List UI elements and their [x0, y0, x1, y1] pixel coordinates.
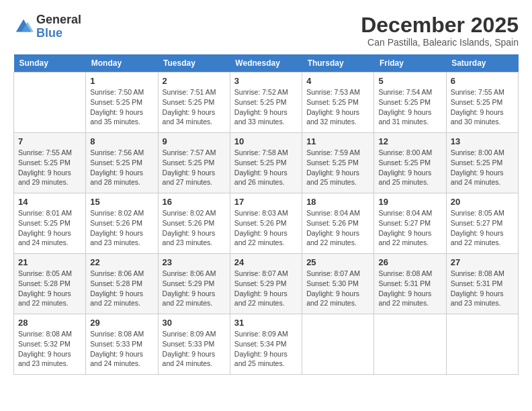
- header-friday: Friday: [374, 54, 446, 73]
- calendar-week-4: 21Sunrise: 8:05 AMSunset: 5:28 PMDayligh…: [14, 254, 519, 314]
- day-number: 29: [90, 318, 153, 328]
- calendar-cell: 15Sunrise: 8:02 AMSunset: 5:26 PMDayligh…: [86, 193, 158, 254]
- calendar-cell: 7Sunrise: 7:55 AMSunset: 5:25 PMDaylight…: [14, 133, 86, 193]
- day-info: Sunrise: 8:04 AMSunset: 5:27 PMDaylight:…: [378, 208, 441, 248]
- calendar-cell: 20Sunrise: 8:05 AMSunset: 5:27 PMDayligh…: [446, 193, 518, 254]
- header-wednesday: Wednesday: [230, 54, 302, 73]
- calendar-cell: 23Sunrise: 8:06 AMSunset: 5:29 PMDayligh…: [158, 254, 230, 314]
- day-info: Sunrise: 8:08 AMSunset: 5:31 PMDaylight:…: [451, 269, 514, 308]
- day-info: Sunrise: 7:59 AMSunset: 5:25 PMDaylight:…: [306, 148, 369, 187]
- day-number: 21: [18, 257, 81, 267]
- day-info: Sunrise: 8:08 AMSunset: 5:33 PMDaylight:…: [90, 329, 153, 369]
- page-header: General Blue December 2025 Can Pastilla,…: [13, 13, 519, 48]
- day-info: Sunrise: 8:09 AMSunset: 5:33 PMDaylight:…: [163, 329, 226, 369]
- calendar-cell: 6Sunrise: 7:55 AMSunset: 5:25 PMDaylight…: [446, 73, 518, 133]
- day-number: 9: [163, 136, 226, 146]
- day-info: Sunrise: 8:02 AMSunset: 5:26 PMDaylight:…: [163, 208, 226, 248]
- day-info: Sunrise: 7:55 AMSunset: 5:25 PMDaylight:…: [18, 148, 81, 187]
- logo-text: General Blue: [36, 13, 81, 40]
- day-info: Sunrise: 7:58 AMSunset: 5:25 PMDaylight:…: [234, 148, 298, 187]
- day-info: Sunrise: 8:07 AMSunset: 5:30 PMDaylight:…: [306, 269, 369, 308]
- calendar-cell: 18Sunrise: 8:04 AMSunset: 5:26 PMDayligh…: [302, 193, 374, 254]
- day-number: 26: [378, 257, 441, 267]
- calendar-header-row: SundayMondayTuesdayWednesdayThursdayFrid…: [14, 54, 519, 73]
- day-info: Sunrise: 7:53 AMSunset: 5:25 PMDaylight:…: [306, 87, 369, 127]
- header-sunday: Sunday: [14, 54, 86, 73]
- header-thursday: Thursday: [302, 54, 374, 73]
- logo-blue: Blue: [36, 26, 62, 40]
- day-number: 27: [451, 257, 514, 267]
- calendar-cell: 3Sunrise: 7:52 AMSunset: 5:25 PMDaylight…: [230, 73, 302, 133]
- calendar-cell: 11Sunrise: 7:59 AMSunset: 5:25 PMDayligh…: [302, 133, 374, 193]
- day-info: Sunrise: 7:56 AMSunset: 5:25 PMDaylight:…: [90, 148, 153, 187]
- day-info: Sunrise: 7:55 AMSunset: 5:25 PMDaylight:…: [451, 87, 514, 127]
- day-info: Sunrise: 8:06 AMSunset: 5:29 PMDaylight:…: [163, 269, 226, 308]
- calendar-cell: 19Sunrise: 8:04 AMSunset: 5:27 PMDayligh…: [374, 193, 446, 254]
- day-number: 30: [163, 318, 226, 328]
- calendar-subtitle: Can Pastilla, Balearic Islands, Spain: [361, 37, 519, 48]
- day-info: Sunrise: 8:00 AMSunset: 5:25 PMDaylight:…: [451, 148, 514, 187]
- logo: General Blue: [13, 13, 81, 40]
- title-section: December 2025 Can Pastilla, Balearic Isl…: [361, 13, 519, 48]
- day-info: Sunrise: 8:09 AMSunset: 5:34 PMDaylight:…: [234, 329, 298, 369]
- day-info: Sunrise: 7:57 AMSunset: 5:25 PMDaylight:…: [163, 148, 226, 187]
- day-number: 8: [90, 136, 153, 146]
- day-number: 10: [234, 136, 298, 146]
- day-info: Sunrise: 8:05 AMSunset: 5:28 PMDaylight:…: [18, 269, 81, 308]
- day-info: Sunrise: 8:08 AMSunset: 5:31 PMDaylight:…: [378, 269, 441, 308]
- header-tuesday: Tuesday: [158, 54, 230, 73]
- day-number: 23: [163, 257, 226, 267]
- day-number: 28: [18, 318, 81, 328]
- header-monday: Monday: [86, 54, 158, 73]
- day-number: 6: [451, 76, 514, 86]
- calendar-cell: 24Sunrise: 8:07 AMSunset: 5:29 PMDayligh…: [230, 254, 302, 314]
- calendar-cell: 12Sunrise: 8:00 AMSunset: 5:25 PMDayligh…: [374, 133, 446, 193]
- day-info: Sunrise: 7:50 AMSunset: 5:25 PMDaylight:…: [90, 87, 153, 127]
- header-saturday: Saturday: [446, 54, 518, 73]
- day-info: Sunrise: 7:51 AMSunset: 5:25 PMDaylight:…: [163, 87, 226, 127]
- calendar-cell: 17Sunrise: 8:03 AMSunset: 5:26 PMDayligh…: [230, 193, 302, 254]
- day-info: Sunrise: 7:52 AMSunset: 5:25 PMDaylight:…: [234, 87, 298, 127]
- day-info: Sunrise: 8:04 AMSunset: 5:26 PMDaylight:…: [306, 208, 369, 248]
- day-number: 15: [90, 197, 153, 207]
- calendar-cell: 2Sunrise: 7:51 AMSunset: 5:25 PMDaylight…: [158, 73, 230, 133]
- calendar-cell: 21Sunrise: 8:05 AMSunset: 5:28 PMDayligh…: [14, 254, 86, 314]
- calendar-cell: 29Sunrise: 8:08 AMSunset: 5:33 PMDayligh…: [86, 314, 158, 375]
- calendar-cell: 16Sunrise: 8:02 AMSunset: 5:26 PMDayligh…: [158, 193, 230, 254]
- calendar-cell: [374, 314, 446, 375]
- calendar-cell: 25Sunrise: 8:07 AMSunset: 5:30 PMDayligh…: [302, 254, 374, 314]
- calendar-cell: [446, 314, 518, 375]
- day-info: Sunrise: 8:07 AMSunset: 5:29 PMDaylight:…: [234, 269, 298, 308]
- calendar-cell: 14Sunrise: 8:01 AMSunset: 5:25 PMDayligh…: [14, 193, 86, 254]
- calendar-cell: 4Sunrise: 7:53 AMSunset: 5:25 PMDaylight…: [302, 73, 374, 133]
- logo-general: General: [36, 13, 81, 26]
- day-number: 14: [18, 197, 81, 207]
- calendar-cell: 31Sunrise: 8:09 AMSunset: 5:34 PMDayligh…: [230, 314, 302, 375]
- day-number: 31: [234, 318, 298, 328]
- calendar-title: December 2025: [361, 13, 519, 37]
- day-info: Sunrise: 8:00 AMSunset: 5:25 PMDaylight:…: [378, 148, 441, 187]
- calendar-cell: 5Sunrise: 7:54 AMSunset: 5:25 PMDaylight…: [374, 73, 446, 133]
- calendar-week-1: 1Sunrise: 7:50 AMSunset: 5:25 PMDaylight…: [14, 73, 519, 133]
- calendar-cell: 27Sunrise: 8:08 AMSunset: 5:31 PMDayligh…: [446, 254, 518, 314]
- day-info: Sunrise: 7:54 AMSunset: 5:25 PMDaylight:…: [378, 87, 441, 127]
- day-number: 2: [163, 76, 226, 86]
- calendar-week-2: 7Sunrise: 7:55 AMSunset: 5:25 PMDaylight…: [14, 133, 519, 193]
- calendar-cell: 13Sunrise: 8:00 AMSunset: 5:25 PMDayligh…: [446, 133, 518, 193]
- day-number: 16: [163, 197, 226, 207]
- day-number: 3: [234, 76, 298, 86]
- day-number: 12: [378, 136, 441, 146]
- calendar-week-3: 14Sunrise: 8:01 AMSunset: 5:25 PMDayligh…: [14, 193, 519, 254]
- day-info: Sunrise: 8:06 AMSunset: 5:28 PMDaylight:…: [90, 269, 153, 308]
- day-number: 17: [234, 197, 298, 207]
- calendar-cell: 26Sunrise: 8:08 AMSunset: 5:31 PMDayligh…: [374, 254, 446, 314]
- logo-icon: [13, 17, 34, 37]
- day-number: 22: [90, 257, 153, 267]
- calendar-cell: [14, 73, 86, 133]
- calendar-table: SundayMondayTuesdayWednesdayThursdayFrid…: [13, 54, 519, 375]
- day-number: 4: [306, 76, 369, 86]
- day-number: 5: [378, 76, 441, 86]
- day-number: 11: [306, 136, 369, 146]
- day-number: 20: [451, 197, 514, 207]
- day-number: 7: [18, 136, 81, 146]
